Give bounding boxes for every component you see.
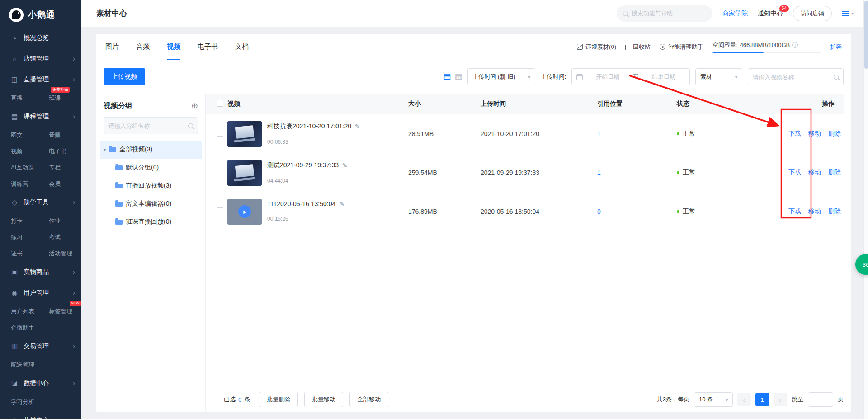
sidebar-item-study-tools[interactable]: ◇ 助学工具 ›: [0, 192, 81, 213]
info-icon[interactable]: [792, 42, 798, 48]
merchant-academy-link[interactable]: 商家学院: [722, 9, 748, 18]
sidebar-item-goods[interactable]: ▣ 实物商品 ›: [0, 262, 81, 282]
expand-storage-link[interactable]: 扩容: [830, 43, 842, 51]
reference-count-link[interactable]: 1: [597, 130, 677, 137]
delete-link[interactable]: 删除: [828, 130, 841, 138]
download-link[interactable]: 下载: [788, 207, 801, 216]
group-search-input[interactable]: [108, 122, 184, 129]
per-page-select[interactable]: 10 条 ▾: [694, 392, 733, 407]
sidebar-item-users[interactable]: ◉ 用户管理 ›: [0, 282, 81, 303]
tree-item-live-replay[interactable]: 直播回放视频(3): [100, 177, 202, 195]
move-all-button[interactable]: 全部移动: [349, 392, 388, 407]
tree-item-default-group[interactable]: 默认分组(0): [100, 159, 202, 177]
group-search[interactable]: [104, 117, 198, 134]
status-badge: 正常: [677, 207, 753, 216]
sidebar-item-user-list[interactable]: 用户列表: [11, 303, 49, 320]
sort-order-select[interactable]: 上传时间 (新-旧) ▾: [467, 68, 535, 85]
tree-item-class-live-replay[interactable]: 班课直播回放(0): [100, 213, 202, 231]
sidebar-item-practice[interactable]: 练习: [11, 229, 49, 245]
tab-audio[interactable]: 音频: [136, 34, 150, 60]
move-link[interactable]: 移动: [808, 130, 821, 138]
sidebar-item-wecom-helper[interactable]: 企微助手: [11, 320, 49, 336]
download-link[interactable]: 下载: [788, 130, 801, 138]
sidebar-item-exam[interactable]: 考试: [49, 229, 81, 245]
tab-document[interactable]: 文档: [235, 34, 249, 60]
sidebar-item-ebook[interactable]: 电子书: [49, 143, 81, 160]
upload-video-button[interactable]: 上传视频: [104, 68, 145, 85]
sidebar-item-overview[interactable]: ◔ 概况总览: [0, 28, 81, 48]
sidebar-item-checkin[interactable]: 打卡: [11, 213, 49, 229]
material-type-select[interactable]: 素材 ▾: [695, 68, 742, 85]
sidebar-item-ai-course[interactable]: AI互动课: [11, 160, 49, 176]
notification-center-link[interactable]: 通知中心54: [758, 9, 783, 18]
edit-icon[interactable]: ✎: [342, 162, 348, 169]
sidebar-item-learning-analysis[interactable]: 学习分析: [11, 394, 49, 410]
reference-count-link[interactable]: 0: [597, 208, 677, 215]
video-thumbnail[interactable]: [227, 121, 262, 147]
sidebar-item-audio[interactable]: 音频: [49, 127, 81, 143]
row-checkbox[interactable]: [217, 130, 223, 137]
sidebar-item-video[interactable]: 视频: [11, 143, 49, 160]
global-search[interactable]: [617, 5, 712, 22]
sidebar-item-homework[interactable]: 作业: [49, 213, 81, 229]
video-thumbnail[interactable]: [227, 160, 262, 186]
recycle-bin-link[interactable]: 回收站: [625, 43, 651, 51]
sidebar-item-camp[interactable]: 训练营: [11, 176, 49, 192]
tab-ebook[interactable]: 电子书: [198, 34, 218, 60]
sidebar-item-class-course[interactable]: 班课免费补贴: [49, 90, 81, 106]
prev-page-button[interactable]: ‹: [737, 393, 751, 406]
sidebar-item-column[interactable]: 专栏: [49, 160, 81, 176]
tab-image[interactable]: 图片: [105, 34, 119, 60]
next-page-button[interactable]: ›: [774, 393, 787, 406]
edit-icon[interactable]: ✎: [355, 123, 360, 130]
sidebar-item-trade[interactable]: ▥ 交易管理 ›: [0, 336, 81, 357]
download-link[interactable]: 下载: [788, 169, 801, 177]
list-view-icon[interactable]: ▤: [443, 72, 451, 82]
scrollbar[interactable]: [863, 0, 868, 419]
reference-count-link[interactable]: 1: [597, 169, 677, 176]
sidebar-item-shop[interactable]: ⌂ 店铺管理 ›: [0, 48, 81, 69]
tree-item-all-videos[interactable]: ▾ 全部视频(3): [100, 141, 202, 159]
sidebar-item-activity[interactable]: 活动管理: [49, 245, 81, 262]
violation-material-link[interactable]: 违规素材(0): [577, 43, 616, 51]
grid-view-icon[interactable]: ▦: [454, 72, 462, 82]
batch-delete-button[interactable]: 批量删除: [259, 392, 298, 407]
video-name-search-input[interactable]: [753, 74, 830, 80]
end-date-field[interactable]: 结束日期: [642, 73, 685, 81]
add-group-icon[interactable]: ⊕: [191, 101, 198, 111]
sidebar-item-graphic[interactable]: 图文: [11, 127, 49, 143]
current-page-button[interactable]: 1: [755, 393, 769, 406]
delete-link[interactable]: 删除: [828, 207, 841, 216]
sidebar-item-live-stream[interactable]: 直播: [11, 90, 49, 106]
menu-toggle[interactable]: ▾: [842, 11, 854, 16]
row-checkbox[interactable]: [217, 169, 223, 175]
move-link[interactable]: 移动: [808, 169, 821, 177]
move-link[interactable]: 移动: [808, 207, 821, 216]
edit-icon[interactable]: ✎: [339, 200, 344, 207]
tab-video[interactable]: 视频: [167, 34, 180, 60]
sidebar-sub-trade: 配送管理: [0, 357, 81, 373]
scrollbar-thumb[interactable]: [864, 1, 868, 69]
logo[interactable]: 小鹅通: [0, 0, 81, 28]
sidebar-item-tag-manage[interactable]: 标签管理NEW: [49, 303, 81, 320]
video-thumbnail[interactable]: ▶: [227, 199, 262, 225]
jump-page-input[interactable]: [808, 392, 833, 407]
toolbar: 上传视频 ▤ ▦ 上传时间 (新-旧) ▾ 上传时间: 开始日期 至 结束日期: [96, 60, 851, 94]
sidebar-item-course[interactable]: ▤ 课程管理 ›: [0, 106, 81, 127]
delete-link[interactable]: 删除: [828, 169, 841, 177]
sidebar-item-member[interactable]: 会员: [49, 176, 81, 192]
select-all-checkbox[interactable]: [217, 100, 223, 107]
sidebar-item-certificate[interactable]: 证书: [11, 245, 49, 262]
global-search-input[interactable]: [632, 10, 706, 17]
sidebar-item-marketing[interactable]: ◈ 营销中心 ›: [0, 410, 81, 419]
video-name-search[interactable]: [748, 68, 844, 85]
date-range-picker[interactable]: 开始日期 至 结束日期: [571, 68, 690, 85]
sidebar-item-delivery[interactable]: 配送管理: [11, 357, 49, 373]
tree-item-richtext-editor[interactable]: 富文本编辑器(0): [100, 195, 202, 213]
row-checkbox[interactable]: [217, 207, 223, 214]
batch-move-button[interactable]: 批量移动: [304, 392, 343, 407]
smart-cleaner-link[interactable]: 智能清理助手: [660, 43, 703, 51]
sidebar-item-data-center[interactable]: ◪ 数据中心 ›: [0, 373, 81, 394]
start-date-field[interactable]: 开始日期: [586, 73, 629, 81]
visit-shop-button[interactable]: 访问店铺: [793, 6, 832, 21]
